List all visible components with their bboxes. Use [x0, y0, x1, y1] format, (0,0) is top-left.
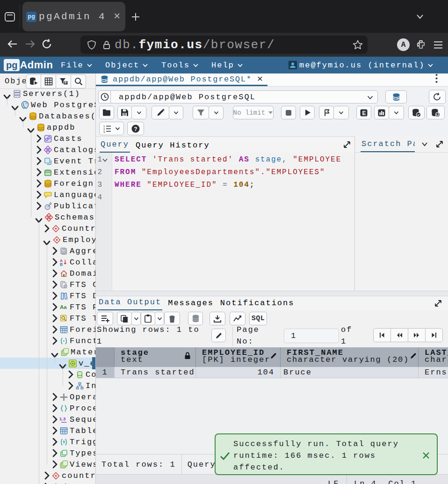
svg-text:?: ?: [134, 125, 137, 132]
svg-text:3: 3: [103, 130, 105, 133]
svg-text:E: E: [362, 110, 366, 116]
